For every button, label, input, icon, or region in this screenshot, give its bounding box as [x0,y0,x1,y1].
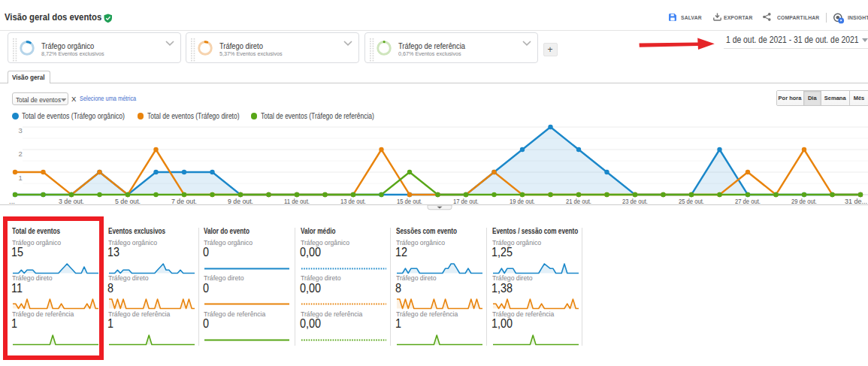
svg-text:17 de out.: 17 de out. [453,197,479,205]
svg-text:3: 3 [19,126,23,135]
svg-text:19 de out.: 19 de out. [510,197,535,205]
svg-text:27 de out.: 27 de out. [735,197,761,205]
svg-text:29 de out.: 29 de out. [791,197,817,205]
svg-text:21 de out.: 21 de out. [566,197,591,205]
svg-text:23 de out.: 23 de out. [622,197,648,205]
svg-text:1: 1 [19,174,23,182]
svg-text:...: ... [9,197,15,205]
svg-text:5 de out.: 5 de out. [115,197,141,205]
svg-text:9 de out.: 9 de out. [228,197,253,205]
svg-text:25 de out.: 25 de out. [679,197,704,205]
svg-text:2: 2 [19,150,23,158]
svg-text:31 de...: 31 de... [845,197,867,205]
svg-text:13 de out.: 13 de out. [340,197,366,205]
svg-text:7 de out.: 7 de out. [171,197,197,205]
svg-text:11 de out.: 11 de out. [284,197,310,205]
svg-text:3 de out.: 3 de out. [59,197,84,205]
svg-text:15 de out.: 15 de out. [397,197,422,205]
